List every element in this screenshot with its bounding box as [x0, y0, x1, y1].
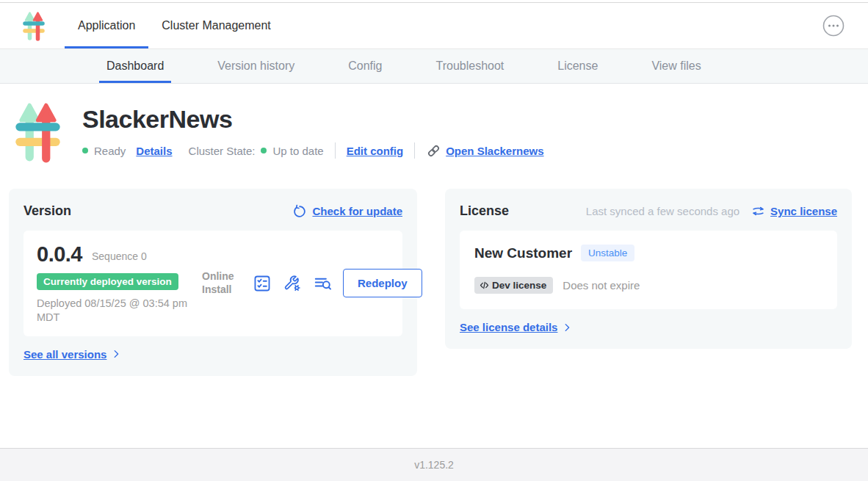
main-nav: Application Cluster Management: [0, 3, 868, 49]
cluster-state-value: Up to date: [272, 145, 323, 157]
customer-name: New Customer: [474, 245, 572, 261]
deployed-status-badge: Currently deployed version: [37, 273, 178, 290]
last-synced-label: Last synced a few seconds ago: [586, 205, 739, 217]
license-card: License Last synced a few seconds ago Sy…: [445, 189, 852, 349]
see-license-details-label: See license details: [460, 321, 557, 333]
sequence-label: Sequence 0: [92, 250, 147, 262]
chain-link-icon: [426, 143, 441, 159]
version-card-title: Version: [23, 203, 71, 219]
version-card: Version Check for update 0.0.4 Seque: [9, 189, 417, 376]
cluster-state-label: Cluster State:: [189, 145, 256, 157]
check-for-update-link[interactable]: Check for update: [292, 204, 402, 219]
license-type-badge: Dev license: [474, 277, 553, 294]
tab-cluster-management-label: Cluster Management: [162, 19, 271, 32]
slackernews-app-icon: [13, 100, 62, 163]
edit-config-link[interactable]: Edit config: [347, 145, 404, 157]
version-number: 0.0.4: [37, 242, 82, 267]
view-logs-icon[interactable]: [313, 274, 332, 293]
see-all-versions-link[interactable]: See all versions: [23, 348, 121, 361]
tab-application-label: Application: [78, 19, 135, 32]
app-header: SlackerNews Ready Details Cluster State:…: [0, 84, 868, 163]
license-detail-panel: New Customer Unstable Dev license Does n…: [460, 231, 837, 309]
subnav-item-version-history[interactable]: Version history: [210, 49, 302, 83]
subnav-item-troubleshoot[interactable]: Troubleshoot: [428, 49, 511, 83]
current-version-panel: 0.0.4 Sequence 0 Currently deployed vers…: [23, 231, 402, 336]
sync-arrows-icon: [751, 204, 765, 218]
edit-config-icon[interactable]: [283, 274, 302, 293]
open-app-link[interactable]: Open Slackernews: [426, 143, 543, 159]
status-details-link[interactable]: Details: [136, 145, 172, 157]
see-license-details-link[interactable]: See license details: [460, 321, 572, 333]
subnav-config-label: Config: [348, 59, 382, 73]
subnav-view-files-label: View files: [651, 59, 701, 73]
subnav-item-view-files[interactable]: View files: [644, 49, 708, 83]
see-all-versions-label: See all versions: [23, 348, 106, 361]
chevron-right-icon: [111, 349, 121, 359]
status-divider: [414, 142, 415, 159]
subnav-license-label: License: [557, 59, 598, 73]
nav-tabs: Application Cluster Management: [65, 3, 284, 48]
chevron-right-icon: [562, 322, 572, 333]
ellipsis-icon: [822, 15, 845, 37]
console-version: v1.125.2: [414, 459, 454, 471]
cluster-state-dot: [261, 148, 267, 153]
channel-badge: Unstable: [581, 245, 634, 261]
tab-cluster-management[interactable]: Cluster Management: [148, 3, 284, 48]
redeploy-button[interactable]: Redeploy: [343, 269, 422, 297]
app-status-label: Ready: [94, 145, 126, 157]
install-type-label: Online Install: [202, 270, 242, 296]
license-expiration: Does not expire: [563, 279, 640, 292]
app-status-row: Ready Details Cluster State: Up to date …: [82, 142, 544, 159]
sync-license-link[interactable]: Sync license: [751, 204, 837, 218]
deployed-timestamp: Deployed 08/15/25 @ 03:54 pm MDT: [37, 297, 202, 325]
overflow-menu-button[interactable]: [822, 15, 845, 37]
open-app-label: Open Slackernews: [446, 145, 543, 157]
console-footer: v1.125.2: [0, 448, 868, 481]
check-for-update-label: Check for update: [312, 205, 402, 217]
subnav-item-dashboard[interactable]: Dashboard: [99, 49, 171, 83]
dashboard-content: SlackerNews Ready Details Cluster State:…: [0, 84, 868, 448]
license-card-title: License: [460, 203, 509, 219]
refresh-icon: [292, 204, 307, 219]
subnav-dashboard-label: Dashboard: [106, 59, 164, 73]
replicated-app-logo-icon: [22, 10, 46, 41]
license-type-label: Dev license: [492, 280, 546, 291]
preflight-checks-icon[interactable]: [253, 274, 272, 293]
app-subnav: Dashboard Version history Config Trouble…: [0, 49, 868, 84]
subnav-item-config[interactable]: Config: [341, 49, 389, 83]
page-title: SlackerNews: [82, 106, 544, 133]
status-divider: [335, 142, 336, 159]
sync-license-label: Sync license: [770, 205, 837, 217]
subnav-item-license[interactable]: License: [550, 49, 605, 83]
code-icon: [479, 280, 490, 291]
subnav-troubleshoot-label: Troubleshoot: [435, 59, 504, 73]
app-status-dot: [82, 148, 88, 153]
tab-application[interactable]: Application: [65, 3, 148, 48]
subnav-version-history-label: Version history: [217, 59, 294, 73]
